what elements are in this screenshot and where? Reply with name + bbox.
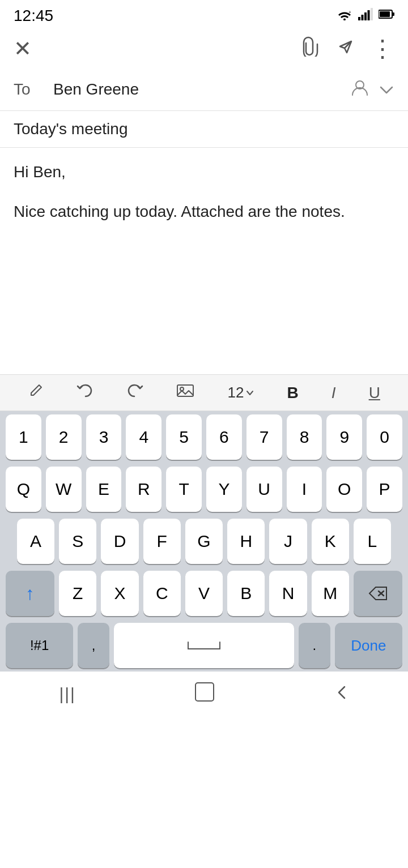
key-m[interactable]: M: [312, 571, 349, 616]
image-icon[interactable]: [176, 383, 194, 403]
svg-rect-7: [392, 12, 394, 16]
keyboard-row-qwerty: Q W E R T Y U I O P: [0, 463, 408, 515]
edit-format-icon[interactable]: [28, 383, 44, 403]
svg-rect-5: [371, 8, 373, 20]
nav-home-icon[interactable]: [194, 682, 215, 707]
key-5[interactable]: 5: [166, 414, 202, 460]
status-icons: +: [337, 8, 394, 24]
body-content: Nice catching up today. Attached are the…: [14, 200, 394, 224]
svg-rect-3: [364, 12, 367, 20]
key-a[interactable]: A: [17, 519, 54, 564]
key-w[interactable]: W: [46, 467, 82, 512]
numbers-key[interactable]: !#1: [6, 623, 73, 668]
key-q[interactable]: Q: [6, 467, 41, 512]
svg-rect-2: [362, 15, 364, 20]
key-u[interactable]: U: [246, 467, 282, 512]
period-key[interactable]: .: [299, 623, 330, 668]
toolbar-right: ⋮: [301, 36, 394, 61]
subject-row[interactable]: Today's meeting: [0, 111, 408, 148]
font-size-value: 12: [227, 384, 244, 401]
expand-icon[interactable]: [379, 80, 394, 99]
body-text: Hi Ben, Nice catching up today. Attached…: [14, 160, 394, 224]
key-8[interactable]: 8: [287, 414, 322, 460]
signal-icon: [358, 8, 373, 24]
subject-text: Today's meeting: [14, 120, 128, 138]
contact-icon[interactable]: [351, 78, 368, 100]
nav-menu-icon[interactable]: |||: [59, 685, 75, 704]
to-actions: [351, 78, 394, 100]
key-3[interactable]: 3: [86, 414, 122, 460]
nav-back-icon[interactable]: [333, 684, 349, 705]
keyboard-row-numbers: 1 2 3 4 5 6 7 8 9 0: [0, 411, 408, 463]
key-l[interactable]: L: [354, 519, 391, 564]
status-time: 12:45: [14, 7, 53, 25]
shift-key[interactable]: ↑: [6, 571, 54, 616]
keyboard-row-bottom: !#1 , . Done: [0, 619, 408, 672]
key-k[interactable]: K: [312, 519, 349, 564]
svg-text:+: +: [348, 10, 351, 15]
to-row: To Ben Greene: [0, 68, 408, 111]
to-recipient[interactable]: Ben Greene: [53, 80, 351, 99]
close-icon[interactable]: ✕: [14, 36, 32, 61]
svg-rect-8: [380, 11, 390, 17]
comma-key[interactable]: ,: [78, 623, 109, 668]
key-y[interactable]: Y: [206, 467, 242, 512]
more-icon[interactable]: ⋮: [371, 37, 394, 61]
done-key[interactable]: Done: [335, 623, 402, 668]
underline-button[interactable]: U: [369, 384, 380, 402]
svg-rect-1: [358, 17, 360, 20]
redo-icon[interactable]: [126, 383, 143, 403]
keyboard-row-asdf: A S D F G H J K L: [0, 515, 408, 567]
key-p[interactable]: P: [367, 467, 402, 512]
key-x[interactable]: X: [101, 571, 138, 616]
key-6[interactable]: 6: [206, 414, 242, 460]
battery-icon: [379, 8, 394, 24]
nav-bar: |||: [0, 672, 408, 715]
key-v[interactable]: V: [185, 571, 223, 616]
svg-rect-4: [368, 10, 370, 20]
wifi-icon: +: [337, 8, 352, 24]
status-bar: 12:45 +: [0, 0, 408, 29]
key-i[interactable]: I: [287, 467, 322, 512]
keyboard: 1 2 3 4 5 6 7 8 9 0 Q W E R T Y U I O P …: [0, 411, 408, 672]
to-label: To: [14, 80, 42, 99]
key-f[interactable]: F: [143, 519, 181, 564]
font-size-selector[interactable]: 12: [227, 384, 254, 401]
key-h[interactable]: H: [227, 519, 265, 564]
bold-button[interactable]: B: [287, 384, 298, 402]
key-9[interactable]: 9: [326, 414, 362, 460]
delete-key[interactable]: [354, 571, 402, 616]
svg-rect-13: [196, 683, 214, 701]
compose-area: To Ben Greene Today's meeting Hi Ben, Ni…: [0, 68, 408, 374]
body-area[interactable]: Hi Ben, Nice catching up today. Attached…: [0, 148, 408, 374]
key-7[interactable]: 7: [246, 414, 282, 460]
key-s[interactable]: S: [59, 519, 96, 564]
key-4[interactable]: 4: [126, 414, 162, 460]
key-d[interactable]: D: [101, 519, 138, 564]
key-2[interactable]: 2: [46, 414, 82, 460]
toolbar-left: ✕: [14, 36, 32, 61]
key-c[interactable]: C: [143, 571, 181, 616]
key-r[interactable]: R: [126, 467, 162, 512]
send-icon[interactable]: [335, 37, 355, 61]
compose-toolbar: ✕ ⋮: [0, 29, 408, 68]
keyboard-row-zxcv: ↑ Z X C V B N M: [0, 567, 408, 619]
body-greeting: Hi Ben,: [14, 160, 394, 184]
key-g[interactable]: G: [185, 519, 223, 564]
key-e[interactable]: E: [86, 467, 122, 512]
key-t[interactable]: T: [166, 467, 202, 512]
key-b[interactable]: B: [227, 571, 265, 616]
italic-button[interactable]: I: [332, 384, 336, 402]
attach-icon[interactable]: [301, 36, 320, 61]
key-n[interactable]: N: [269, 571, 307, 616]
key-z[interactable]: Z: [59, 571, 96, 616]
format-toolbar: 12 B I U: [0, 374, 408, 411]
space-key[interactable]: [114, 623, 294, 668]
undo-icon[interactable]: [76, 383, 94, 403]
key-o[interactable]: O: [326, 467, 362, 512]
key-1[interactable]: 1: [6, 414, 41, 460]
key-0[interactable]: 0: [367, 414, 402, 460]
key-j[interactable]: J: [269, 519, 307, 564]
